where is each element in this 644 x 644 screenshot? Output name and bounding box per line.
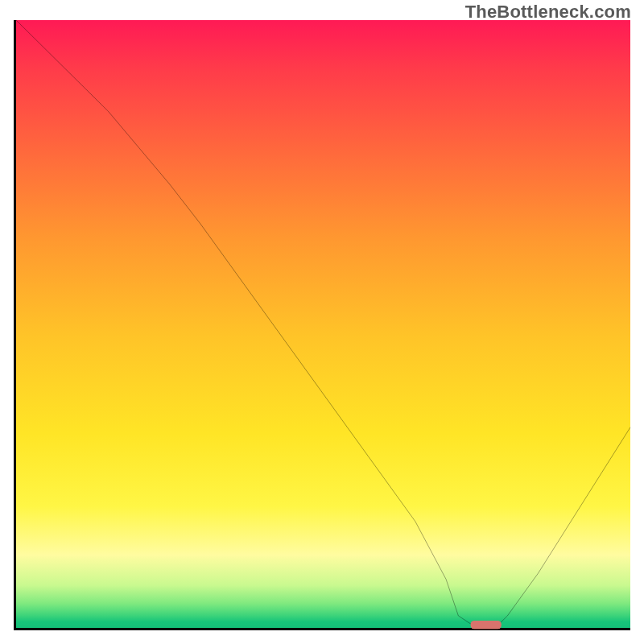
curve-layer bbox=[16, 20, 630, 628]
bottleneck-curve bbox=[16, 20, 630, 628]
chart-container: TheBottleneck.com bbox=[0, 0, 644, 644]
plot-area bbox=[14, 20, 630, 630]
optimum-marker bbox=[471, 621, 502, 630]
